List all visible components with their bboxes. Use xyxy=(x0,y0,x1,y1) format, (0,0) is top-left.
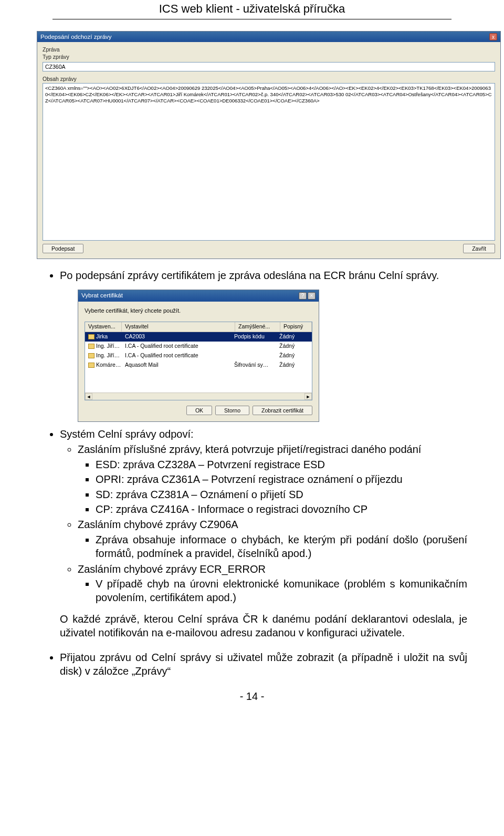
page-title: ICS web klient - uživatelská příručka xyxy=(159,2,345,15)
cert-icon xyxy=(88,344,94,349)
horizontal-scrollbar[interactable]: ◄ ► xyxy=(85,393,312,400)
cert-icon xyxy=(88,334,94,339)
cert-dialog-title: Vybrat certifikát xyxy=(81,292,123,300)
list-item-text: Systém Celní správy odpoví: xyxy=(60,428,194,440)
sign-window: Podepsání odchozí zprávy x Zpráva Typ zp… xyxy=(37,31,501,259)
table-row[interactable]: Komáre…Aquasoft MailŠifrování sy…Žádný xyxy=(85,360,312,370)
scroll-right-icon[interactable]: ► xyxy=(304,393,312,400)
col-header[interactable]: Popisný xyxy=(280,322,312,332)
list-item: Zpráva obsahuje informace o chybách, ke … xyxy=(96,533,467,561)
list-item: Zasláním příslušné zprávy, která potvrzu… xyxy=(78,442,467,516)
close-icon[interactable]: × xyxy=(308,292,316,300)
table-row[interactable]: JirkaCA2003Podpis kóduŽádný xyxy=(85,332,312,342)
cert-dialog-titlebar: Vybrat certifikát ? × xyxy=(78,290,319,301)
page-content: Podepsání odchozí zprávy x Zpráva Typ zp… xyxy=(0,19,504,708)
type-label: Typ zprávy xyxy=(43,54,495,60)
sign-window-titlebar: Podepsání odchozí zprávy x xyxy=(37,32,500,42)
ok-button[interactable]: OK xyxy=(186,406,212,415)
list-item: SD: zpráva CZ381A – Oznámení o přijetí S… xyxy=(96,488,467,501)
cert-icon xyxy=(88,363,94,368)
close-button[interactable]: Zavřít xyxy=(463,244,495,253)
close-icon[interactable]: x xyxy=(489,33,497,40)
col-header[interactable]: Zamýšlené... xyxy=(235,322,280,332)
show-cert-button[interactable]: Zobrazit certifikát xyxy=(253,406,312,415)
sign-window-title: Podepsání odchozí zprávy xyxy=(40,34,112,40)
cert-table-header: Vystaven... Vystavitel Zamýšlené... Popi… xyxy=(85,322,312,332)
list-item: CP: zpráva CZ416A - Informace o registra… xyxy=(96,502,467,516)
list-item: Zasláním chybové zprávy ECR_ERROR V příp… xyxy=(78,562,467,605)
type-input[interactable] xyxy=(43,62,495,71)
scroll-left-icon[interactable]: ◄ xyxy=(85,393,92,400)
table-row[interactable]: Ing. Jiří…I.CA - Qualified root certific… xyxy=(85,342,312,351)
list-item: Přijatou zprávu od Celní správy si uživa… xyxy=(60,651,467,678)
list-item-text: Zasláním chybové zprávy ECR_ERROR xyxy=(78,563,266,575)
paragraph: O každé zprávě, kterou Celní správa ČR k… xyxy=(60,612,467,640)
list-item: Po podepsání zprávy certifikátem je zprá… xyxy=(60,269,467,282)
cert-dialog-subtitle: Vyberte certifikát, který chcete použít. xyxy=(85,307,312,315)
page-number: - 14 - xyxy=(37,690,467,703)
cert-icon xyxy=(88,353,94,358)
cert-table: Vystaven... Vystavitel Zamýšlené... Popi… xyxy=(85,322,312,400)
storno-button[interactable]: Storno xyxy=(215,406,249,415)
sign-button[interactable]: Podepsat xyxy=(43,244,83,253)
list-item: Systém Celní správy odpoví: Zasláním pří… xyxy=(60,427,467,639)
list-item-text: Zasláním příslušné zprávy, která potvrzu… xyxy=(78,443,421,455)
table-row[interactable]: Ing. Jiří…I.CA - Qualified root certific… xyxy=(85,351,312,360)
list-item: V případě chyb na úrovni elektronické ko… xyxy=(96,577,467,605)
group-label: Zpráva xyxy=(43,46,495,53)
list-item: ESD: zpráva CZ328A – Potvrzení registrac… xyxy=(96,458,467,471)
cert-dialog: Vybrat certifikát ? × Vyberte certifikát… xyxy=(78,290,319,422)
list-item: OPRI: zpráva CZ361A – Potvrzení registra… xyxy=(96,472,467,486)
page-header: ICS web klient - uživatelská příručka xyxy=(52,0,452,19)
list-item-text: Zasláním chybové zprávy CZ906A xyxy=(78,519,238,530)
col-header[interactable]: Vystavitel xyxy=(122,322,235,332)
list-item: Zasláním chybové zprávy CZ906A Zpráva ob… xyxy=(78,518,467,560)
content-textarea[interactable]: <CZ360A xmlns=""><AO><AO02>6XDJT6</AO02>… xyxy=(43,83,495,241)
help-icon[interactable]: ? xyxy=(299,292,307,300)
col-header[interactable]: Vystaven... xyxy=(85,322,122,332)
document-body: Po podepsání zprávy certifikátem je zprá… xyxy=(37,269,467,678)
content-label: Obsah zprávy xyxy=(43,76,495,82)
